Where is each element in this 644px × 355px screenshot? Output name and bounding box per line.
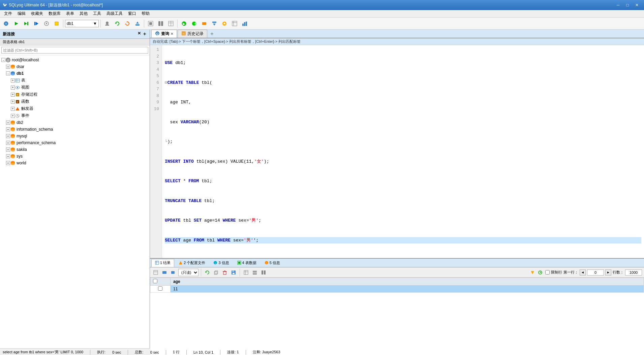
- tree-db1[interactable]: - db1: [5, 70, 150, 77]
- results-delete[interactable]: [221, 269, 228, 276]
- view-expand[interactable]: +: [11, 86, 15, 90]
- toolbar-green1[interactable]: ▶: [179, 19, 189, 28]
- toolbar-btn8[interactable]: [123, 19, 132, 28]
- row-age-cell[interactable]: 11: [171, 286, 644, 293]
- db-selector[interactable]: db1 ▼: [65, 20, 99, 27]
- proc-expand[interactable]: +: [11, 93, 15, 97]
- toolbar-new-conn[interactable]: +: [1, 19, 11, 28]
- menu-tools[interactable]: 工具: [90, 10, 104, 17]
- toolbar-btn5[interactable]: [42, 19, 51, 28]
- toolbar-user-btn[interactable]: [102, 19, 112, 28]
- menu-edit[interactable]: 编辑: [15, 10, 28, 17]
- tree-view[interactable]: + 视图: [9, 84, 150, 91]
- page-input[interactable]: [587, 269, 604, 276]
- toolbar-btn9[interactable]: [146, 19, 155, 28]
- code-editor[interactable]: 12345 678910 USE db1; ⊟CREATE TABLE tbl(…: [150, 45, 644, 258]
- db2-expand[interactable]: +: [6, 121, 10, 125]
- tree-root[interactable]: - @ root@localhost: [0, 57, 150, 63]
- toolbar-refresh[interactable]: [113, 19, 122, 28]
- menu-help[interactable]: 帮助: [139, 10, 152, 17]
- tree-dsar[interactable]: + dsar: [5, 63, 150, 70]
- toolbar-import[interactable]: [210, 19, 219, 28]
- tree-func[interactable]: + F 函数: [9, 98, 150, 105]
- tree-table[interactable]: + 表: [9, 77, 150, 84]
- query-tab[interactable]: Q 查询 ✕: [151, 30, 177, 38]
- perf-expand[interactable]: +: [6, 141, 10, 145]
- toolbar-chart[interactable]: [240, 19, 249, 28]
- results-copy[interactable]: [212, 269, 220, 276]
- menu-window[interactable]: 窗口: [125, 10, 139, 17]
- toolbar-orange[interactable]: [200, 19, 209, 28]
- toolbar-export2[interactable]: [220, 19, 229, 28]
- tree-sakila[interactable]: + sakila: [5, 146, 150, 153]
- toolbar-export[interactable]: [133, 19, 142, 28]
- sakila-expand[interactable]: +: [6, 148, 10, 152]
- info-expand[interactable]: +: [6, 127, 10, 131]
- results-tab-1[interactable]: 1 结果: [151, 259, 174, 267]
- results-btn1[interactable]: [152, 269, 159, 276]
- history-tab[interactable]: H 历史记录: [178, 30, 207, 38]
- tree-info-schema[interactable]: + information_schema: [5, 126, 150, 133]
- results-refresh[interactable]: [204, 269, 211, 276]
- tree-event[interactable]: + 事件: [9, 112, 150, 119]
- toolbar-btn2[interactable]: [11, 19, 21, 28]
- results-refresh2[interactable]: [536, 269, 544, 276]
- close-btn[interactable]: ✕: [633, 2, 641, 8]
- root-expand[interactable]: -: [1, 58, 5, 62]
- results-tab-4[interactable]: 4 表数据: [234, 259, 260, 267]
- minimize-btn[interactable]: ─: [614, 2, 622, 8]
- rows-input[interactable]: [625, 269, 642, 276]
- mysql-expand[interactable]: +: [6, 134, 10, 138]
- toolbar-btn11[interactable]: [166, 19, 176, 28]
- trigger-expand[interactable]: +: [11, 107, 15, 111]
- tree-mysql[interactable]: + mysql: [5, 133, 150, 139]
- toolbar-btn3[interactable]: [22, 19, 31, 28]
- results-save[interactable]: [230, 269, 237, 276]
- results-tab-2[interactable]: 2 个配置文件: [175, 259, 209, 267]
- toolbar-btn10[interactable]: [156, 19, 165, 28]
- toolbar-table-grid[interactable]: [230, 19, 239, 28]
- toolbar-btn6[interactable]: [52, 19, 61, 28]
- row-checkbox[interactable]: [158, 286, 162, 291]
- restore-btn[interactable]: □: [623, 2, 632, 8]
- limit-checkbox[interactable]: [545, 270, 550, 275]
- results-btn2[interactable]: [161, 269, 168, 276]
- prev-page-btn[interactable]: ◄: [580, 269, 586, 276]
- menu-file[interactable]: 文件: [1, 10, 15, 17]
- results-grid3[interactable]: [260, 269, 267, 276]
- tree-db2[interactable]: + db2: [5, 119, 150, 126]
- table-expand[interactable]: +: [11, 78, 15, 83]
- results-tab-5[interactable]: ! 5 信息: [261, 259, 284, 267]
- results-mode-select[interactable]: (只读): [178, 269, 198, 276]
- results-btn3[interactable]: ▼: [170, 269, 177, 276]
- select-all-checkbox[interactable]: [153, 279, 157, 283]
- query-tab-close[interactable]: ✕: [171, 32, 173, 36]
- menu-advanced[interactable]: 高级工具: [104, 10, 125, 17]
- results-grid2[interactable]: [251, 269, 258, 276]
- tree-proc[interactable]: + P 存储过程: [9, 91, 150, 98]
- menu-other[interactable]: 其他: [77, 10, 90, 17]
- sidebar-add-btn[interactable]: ＋: [142, 31, 147, 37]
- sidebar-close-btn[interactable]: ✕: [137, 31, 141, 37]
- add-tab-btn[interactable]: ＋: [208, 30, 216, 37]
- next-page-btn[interactable]: ►: [605, 269, 611, 276]
- sys-expand[interactable]: +: [6, 154, 10, 158]
- results-tab-3[interactable]: i 3 信息: [210, 259, 233, 267]
- tree-sys[interactable]: + sys: [5, 153, 150, 160]
- db1-expand[interactable]: -: [6, 71, 10, 75]
- func-expand[interactable]: +: [11, 100, 15, 104]
- tree-world[interactable]: + world: [5, 160, 150, 166]
- tree-perf-schema[interactable]: + performance_schema: [5, 139, 150, 146]
- toolbar-green2[interactable]: [189, 19, 199, 28]
- code-content[interactable]: USE db1; ⊟CREATE TABLE tbl( age INT, sex…: [162, 45, 644, 258]
- results-grid1[interactable]: [242, 269, 250, 276]
- menu-table[interactable]: 表单: [63, 10, 77, 17]
- toolbar-btn4[interactable]: [32, 19, 41, 28]
- dsar-expand[interactable]: +: [6, 65, 10, 69]
- world-expand[interactable]: +: [6, 161, 10, 165]
- tree-trigger[interactable]: + 触发器: [9, 105, 150, 112]
- menu-database[interactable]: 数据库: [46, 10, 63, 17]
- event-expand[interactable]: +: [11, 114, 15, 118]
- filter-input[interactable]: [1, 47, 148, 54]
- menu-favorites[interactable]: 收藏夹: [28, 10, 46, 17]
